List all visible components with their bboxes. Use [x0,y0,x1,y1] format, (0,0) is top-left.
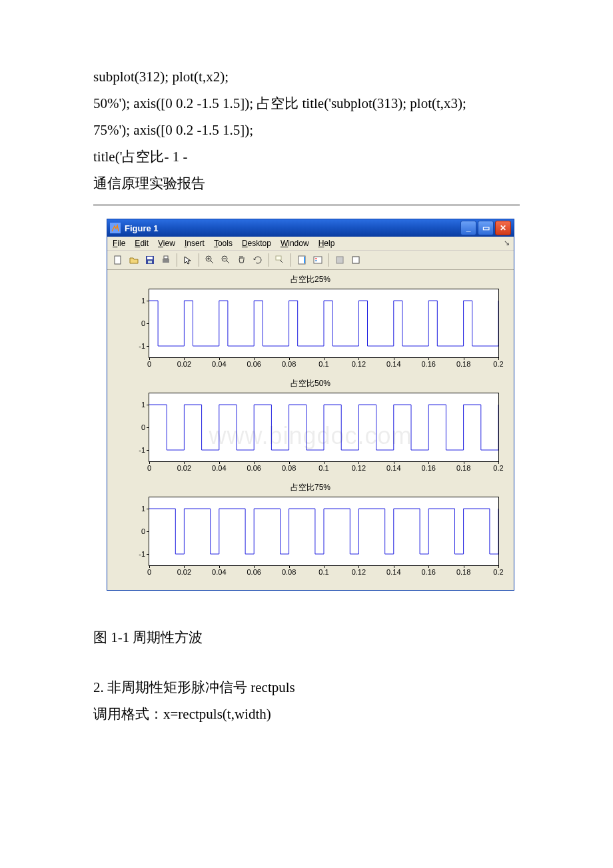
toolbar-separator [291,253,291,267]
zoom-in-icon[interactable] [203,253,217,267]
x-tick-label: 0.14 [386,464,400,472]
pointer-icon[interactable] [181,253,195,267]
x-tick-label: 0.02 [177,568,191,576]
x-tick-label: 0.2 [493,568,503,576]
save-icon[interactable] [143,253,157,267]
x-tick-label: 0.14 [386,568,400,576]
x-tick-label: 0 [147,464,151,472]
window-title: Figure 1 [125,223,460,233]
menu-bar: File Edit View Insert Tools Desktop Wind… [107,237,514,251]
rotate-icon[interactable] [251,253,265,267]
x-tick-label: 0.12 [352,568,366,576]
svg-rect-0 [115,256,121,264]
menu-help[interactable]: Help [318,239,335,248]
code-block: subplot(312); plot(t,x2); 50%'); axis([0… [93,64,520,197]
x-tick-label: 0.06 [247,360,261,368]
menu-view[interactable]: View [158,239,175,248]
waveform [149,393,498,461]
menu-edit[interactable]: Edit [135,239,149,248]
x-tick-label: 0.14 [386,360,400,368]
x-tick-label: 0.1 [318,568,328,576]
section-line: 调用格式：x=rectpuls(t,width) [93,701,520,728]
code-line: 50%'); axis([0 0.2 -1.5 1.5]); 占空比 title… [93,91,520,117]
zoom-out-icon[interactable] [219,253,233,267]
subplot-title: 占空比50% [113,378,508,389]
close-button[interactable]: ✕ [495,221,511,235]
subplot-1: 占空比25% -10100.020.040.060.080.10.120.140… [113,274,508,374]
x-tick-label: 0.12 [352,360,366,368]
menu-file[interactable]: File [113,239,125,248]
x-tick-label: 0.1 [318,360,328,368]
pan-icon[interactable] [235,253,249,267]
subplot-3: 占空比75% -10100.020.040.060.080.10.120.140… [113,482,508,582]
window-titlebar[interactable]: Figure 1 _ ▭ ✕ [107,219,514,237]
matlab-icon [110,223,121,233]
menu-overflow-icon[interactable]: ↘ [504,239,510,247]
menu-desktop[interactable]: Desktop [242,239,271,248]
axes[interactable]: -10100.020.040.060.080.10.120.140.160.18… [149,393,499,462]
y-tick-label: 1 [141,401,145,409]
data-cursor-icon[interactable] [273,253,287,267]
svg-rect-17 [314,257,322,263]
y-tick-label: 0 [141,423,145,431]
x-tick-label: 0 [147,568,151,576]
plot-area: 占空比25% -10100.020.040.060.080.10.120.140… [107,270,514,590]
y-tick-label: 1 [141,505,145,513]
x-tick-label: 0.04 [212,360,226,368]
x-tick-label: 0.16 [421,464,435,472]
code-line: subplot(312); plot(t,x2); [93,64,520,91]
print-icon[interactable] [159,253,173,267]
svg-rect-16 [304,257,305,263]
waveform [149,289,498,357]
svg-rect-4 [163,259,169,263]
x-tick-label: 0.04 [212,568,226,576]
y-tick-label: 1 [141,297,145,305]
svg-line-7 [211,261,213,263]
x-tick-label: 0.08 [282,464,296,472]
axes-show-icon[interactable] [349,253,362,267]
divider [93,205,520,205]
maximize-button[interactable]: ▭ [478,221,494,235]
code-line: title('占空比- 1 - [93,144,520,171]
svg-rect-20 [336,257,343,263]
y-tick-label: -1 [139,446,145,454]
x-tick-label: 0.16 [421,360,435,368]
toolbar-separator [328,253,329,267]
y-tick-label: -1 [139,550,145,558]
svg-line-11 [227,261,229,263]
svg-rect-3 [148,261,152,263]
insert-legend-icon[interactable] [311,253,324,267]
y-tick-label: 0 [141,319,145,327]
svg-rect-2 [147,257,153,259]
insert-colorbar-icon[interactable] [295,253,308,267]
axes-hide-icon[interactable] [333,253,346,267]
x-tick-label: 0.02 [177,360,191,368]
open-icon[interactable] [127,253,141,267]
x-tick-label: 0.18 [456,568,470,576]
svg-rect-5 [164,256,168,259]
subplot-2: 占空比50% -10100.020.040.060.080.10.120.140… [113,378,508,478]
x-tick-label: 0.2 [493,464,503,472]
menu-insert[interactable]: Insert [185,239,205,248]
x-tick-label: 0.16 [421,568,435,576]
menu-window[interactable]: Window [281,239,309,248]
toolbar [107,251,514,270]
svg-rect-13 [276,256,281,260]
waveform [149,497,498,565]
subplot-title: 占空比25% [113,274,508,285]
x-tick-label: 0 [147,360,151,368]
axes[interactable]: -10100.020.040.060.080.10.120.140.160.18… [149,497,499,566]
toolbar-separator [177,253,177,267]
toolbar-separator [269,253,269,267]
x-tick-label: 0.1 [318,464,328,472]
axes[interactable]: -10100.020.040.060.080.10.120.140.160.18… [149,289,499,358]
svg-rect-21 [352,257,359,263]
menu-tools[interactable]: Tools [214,239,233,248]
code-line: 75%'); axis([0 0.2 -1.5 1.5]); [93,117,520,144]
x-tick-label: 0.02 [177,464,191,472]
x-tick-label: 0.08 [282,568,296,576]
new-file-icon[interactable] [111,253,125,267]
code-line: 通信原理实验报告 [93,171,520,197]
x-tick-label: 0.2 [493,360,503,368]
minimize-button[interactable]: _ [460,221,476,235]
